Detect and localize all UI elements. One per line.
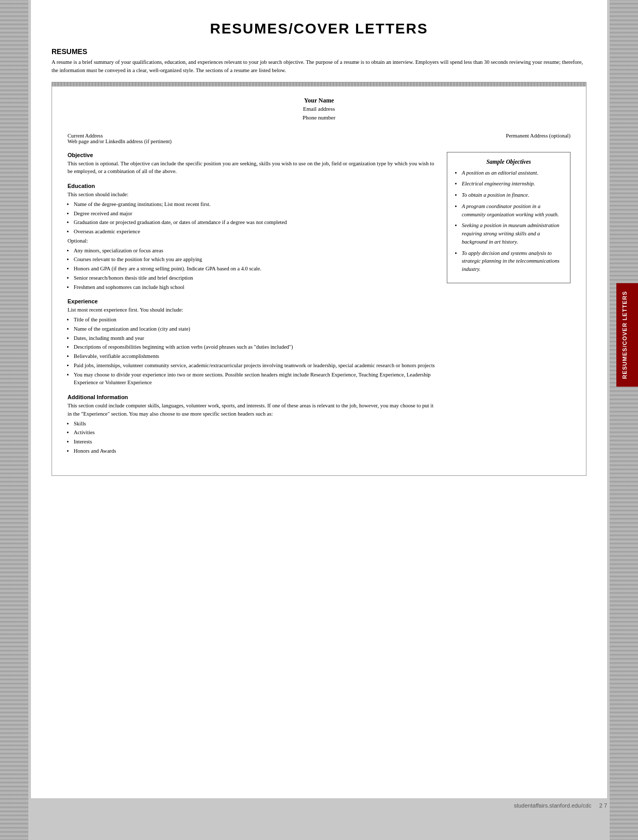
resumes-intro-section: RESUMES A resume is a brief summary of y… xyxy=(52,47,586,75)
list-item: Seeking a position in museum administrat… xyxy=(462,221,563,246)
list-item: Dates, including month and year xyxy=(74,334,436,342)
right-decorative-strip xyxy=(610,0,638,840)
additional-intro: This section could include computer skil… xyxy=(68,402,436,418)
objective-text: This section is optional. The objective … xyxy=(68,160,436,176)
list-item: A position as an editorial assistant. xyxy=(462,169,563,177)
web-address: Web page and/or LinkedIn address (if per… xyxy=(68,139,172,144)
list-item: Degree received and major xyxy=(74,210,436,218)
resumes-intro-text: A resume is a brief summary of your qual… xyxy=(52,58,586,75)
resume-phone: Phone number xyxy=(68,113,570,123)
optional-label: Optional: xyxy=(68,237,436,245)
additional-heading: Additional Information xyxy=(68,394,436,400)
current-address-label: Current Address xyxy=(68,133,172,139)
list-item: Paid jobs, internships, volunteer commun… xyxy=(74,362,436,370)
additional-section: Additional Information This section coul… xyxy=(68,394,436,455)
main-content: RESUMES/COVER LETTERS RESUMES A resume i… xyxy=(31,0,607,798)
doc-body: Objective This section is optional. The … xyxy=(68,152,570,462)
list-item: To obtain a position in finance. xyxy=(462,191,563,199)
experience-section: Experience List most recent experience f… xyxy=(68,298,436,387)
page-number: 2 7 xyxy=(599,802,607,809)
list-item: A program coordinator position in a comm… xyxy=(462,202,563,219)
objective-section: Objective This section is optional. The … xyxy=(68,152,436,176)
list-item: Descriptions of responsibilities beginni… xyxy=(74,343,436,351)
list-item: Honors and Awards xyxy=(74,447,436,455)
experience-intro: List most recent experience first. You s… xyxy=(68,306,436,314)
page-footer: studentaffairs.stanford.edu/cdc 2 7 xyxy=(0,798,638,813)
resume-doc-top-border xyxy=(52,82,586,87)
permanent-address-label: Permanent Address (optional) xyxy=(506,133,570,144)
page-title: RESUMES/COVER LETTERS xyxy=(52,15,586,37)
page: RESUMES/COVER LETTERS RESUMES/COVER LETT… xyxy=(0,0,638,840)
list-item: Interests xyxy=(74,438,436,446)
list-item: You may choose to divide your experience… xyxy=(74,371,436,387)
sample-objectives-list: A position as an editorial assistant. El… xyxy=(462,169,563,273)
list-item: Honors and GPA (if they are a strong sel… xyxy=(74,265,436,273)
list-item: Freshmen and sophomores can include high… xyxy=(74,283,436,292)
list-item: Graduation date or projected graduation … xyxy=(74,218,436,227)
list-item: Electrical engineering internship. xyxy=(462,180,563,188)
list-item: Title of the position xyxy=(74,316,436,324)
list-item: Name of the organization and location (c… xyxy=(74,325,436,333)
resume-email: Email address xyxy=(68,105,570,114)
objective-heading: Objective xyxy=(68,152,436,158)
sample-objectives-title: Sample Objectives xyxy=(455,159,563,165)
list-item: Activities xyxy=(74,428,436,437)
list-item: Believable, verifiable accomplishments xyxy=(74,352,436,361)
list-item: Skills xyxy=(74,420,436,428)
list-item: Any minors, specialization or focus area… xyxy=(74,247,436,255)
current-address-block: Current Address Web page and/or LinkedIn… xyxy=(68,133,172,144)
doc-left-column: Objective This section is optional. The … xyxy=(68,152,436,462)
list-item: Name of the degree-granting institutions… xyxy=(74,200,436,209)
education-heading: Education xyxy=(68,183,436,189)
additional-list: Skills Activities Interests Honors and A… xyxy=(74,420,436,455)
doc-right-column: Sample Objectives A position as an edito… xyxy=(447,152,570,462)
left-decorative-strip xyxy=(0,0,28,840)
education-intro: This section should include: xyxy=(68,191,436,199)
resumes-heading: RESUMES xyxy=(52,47,586,56)
list-item: Overseas academic experience xyxy=(74,228,436,236)
resume-document: Your Name Email address Phone number Cur… xyxy=(52,82,586,476)
resume-name: Your Name xyxy=(68,97,570,105)
education-list: Name of the degree-granting institutions… xyxy=(74,200,436,236)
list-item: Courses relevant to the position for whi… xyxy=(74,255,436,264)
education-section: Education This section should include: N… xyxy=(68,183,436,291)
experience-list: Title of the position Name of the organi… xyxy=(74,316,436,387)
list-item: Senior research/honors thesis title and … xyxy=(74,274,436,282)
resume-header: Your Name Email address Phone number xyxy=(68,97,570,123)
experience-heading: Experience xyxy=(68,298,436,304)
side-tab: RESUMES/COVER LETTERS xyxy=(616,283,638,387)
list-item: To apply decision and systems analysis t… xyxy=(462,249,563,273)
footer-url: studentaffairs.stanford.edu/cdc xyxy=(514,802,591,809)
address-row: Current Address Web page and/or LinkedIn… xyxy=(68,133,570,144)
sample-objectives-box: Sample Objectives A position as an edito… xyxy=(447,152,570,283)
education-optional-list: Any minors, specialization or focus area… xyxy=(74,247,436,292)
